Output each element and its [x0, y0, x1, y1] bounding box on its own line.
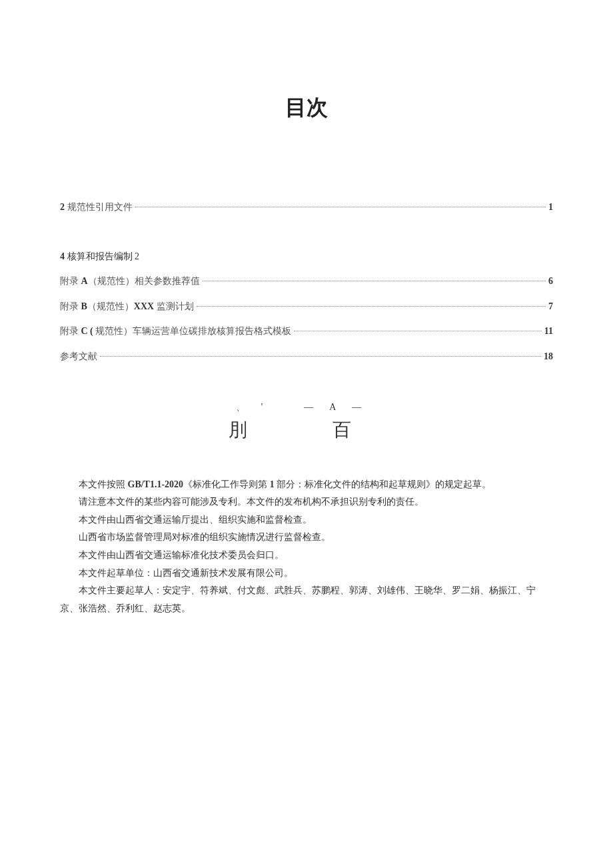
- toc-page: 1: [548, 196, 553, 219]
- toc-text: 规范性引用文件: [65, 202, 133, 212]
- paragraph: 本文件起草单位：山西省交通新技术发展有限公司。: [60, 565, 553, 583]
- section-marker: 、' —A— 刖 百: [60, 401, 553, 443]
- toc-text: 监测计划: [154, 301, 194, 311]
- paragraph: 本文件按照 GB/T1.1-2020《标准化工作导则第 1 部分：标准化文件的结…: [60, 476, 553, 494]
- part-number: 1: [270, 479, 275, 489]
- leader-dots: [197, 306, 546, 307]
- toc-entry: 参考文献 18: [60, 345, 553, 368]
- toc-mid: （规范性）: [87, 301, 134, 311]
- paragraph: 本文件由山西省交通运输厅提出、组织实施和监督检查。: [60, 511, 553, 529]
- toc-text: 核算和报告编制 2: [65, 251, 139, 261]
- marker-top: 、' —A—: [60, 401, 553, 413]
- standard-code: GB/T1.1-2020: [128, 479, 184, 489]
- toc-label: 附录 A（规范性）相关参数推荐值: [60, 270, 200, 293]
- toc-letter: B: [81, 301, 87, 311]
- toc-entry: 2 规范性引用文件 1: [60, 196, 553, 219]
- paragraph: 山西省市场监督管理局对标准的组织实施情况进行监督检查。: [60, 529, 553, 547]
- toc-label: 2 规范性引用文件: [60, 196, 133, 219]
- leader-dots: [294, 331, 541, 331]
- toc-code: XXX: [134, 301, 154, 311]
- leader-dots: [100, 356, 541, 357]
- toc-page: 11: [544, 320, 553, 343]
- toc-text: 参考文献: [60, 351, 97, 361]
- toc-page: 7: [548, 295, 553, 318]
- toc-prefix: 附录: [60, 276, 81, 286]
- text: 本文件按照: [79, 479, 128, 489]
- toc-prefix: 附录: [60, 326, 81, 336]
- toc-label: 附录 C ( 规范性）车辆运营单位碳排放核算报告格式模板: [60, 320, 291, 343]
- toc-label: 附录 B（规范性）XXX 监测计划: [60, 295, 194, 318]
- paragraph: 请注意本文件的某些内容可能涉及专利。本文件的发布机构不承担识别专利的责任。: [60, 493, 553, 511]
- marker-bottom: 刖 百: [60, 417, 553, 443]
- page-title: 目次: [60, 93, 553, 123]
- text: 部分：标准化文件的结构和起草规则》的规定起草。: [275, 479, 492, 489]
- toc-letter: C (: [81, 326, 93, 336]
- toc-text: 规范性）车辆运营单位碳排放核算报告格式模板: [93, 326, 292, 336]
- paragraph: 本文件主要起草人：安定宇、符养斌、付文彪、武胜兵、苏鹏程、郭涛、刘雄伟、王晓华、…: [60, 582, 553, 600]
- table-of-contents: 2 规范性引用文件 1 4 核算和报告编制 2 附录 A（规范性）相关参数推荐值…: [60, 196, 553, 368]
- toc-page: 18: [544, 345, 553, 368]
- toc-text: （规范性）相关参数推荐值: [88, 276, 200, 286]
- text: 《标准化工作导则第: [183, 479, 270, 489]
- toc-letter: A: [81, 276, 88, 286]
- paragraph: 本文件由山西省交通运输标准化技术委员会归口。: [60, 547, 553, 565]
- toc-entry: 附录 A（规范性）相关参数推荐值 6: [60, 270, 553, 293]
- toc-num: 2: [60, 202, 65, 212]
- toc-num: 4: [60, 251, 65, 261]
- toc-entry: 附录 C ( 规范性）车辆运营单位碳排放核算报告格式模板 11: [60, 320, 553, 343]
- paragraph: 京、张浩然、乔利红、赵志英。: [60, 600, 553, 618]
- toc-entry: 附录 B（规范性）XXX 监测计划 7: [60, 295, 553, 318]
- leader-dots: [135, 207, 546, 207]
- toc-page: 6: [548, 270, 553, 293]
- toc-label: 参考文献: [60, 345, 97, 368]
- toc-entry: 4 核算和报告编制 2: [60, 245, 553, 268]
- body-content: 本文件按照 GB/T1.1-2020《标准化工作导则第 1 部分：标准化文件的结…: [60, 476, 553, 618]
- leader-dots: [203, 281, 546, 281]
- toc-prefix: 附录: [60, 301, 81, 311]
